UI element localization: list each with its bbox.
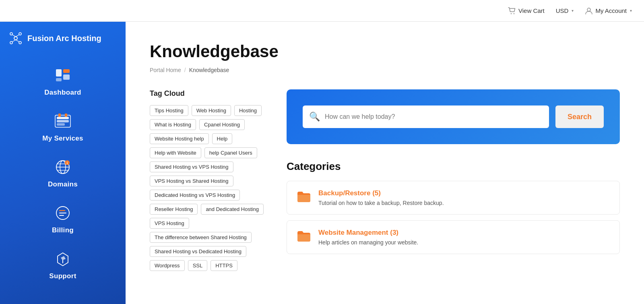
currency-selector[interactable]: USD ▾	[556, 7, 574, 14]
svg-line-10	[12, 40, 16, 42]
tag-item[interactable]: Web Hosting	[192, 105, 231, 116]
category-list: Backup/Restore (5)Tutorial on how to tak…	[287, 181, 620, 254]
svg-point-1	[514, 13, 514, 14]
category-description: Help articles on managing your website.	[318, 239, 418, 246]
account-chevron-icon: ▾	[630, 8, 632, 13]
tag-item[interactable]: What is Hosting	[150, 119, 196, 130]
svg-point-0	[511, 13, 512, 14]
category-info: Website Management (3)Help articles on m…	[318, 229, 418, 246]
support-icon	[53, 249, 73, 269]
main-content: Tag Cloud Tips HostingWeb HostingHosting…	[150, 89, 620, 271]
page-title: Knowledgebase	[150, 42, 620, 61]
billing-icon	[53, 203, 73, 223]
tag-item[interactable]: SSL	[188, 260, 208, 271]
my-services-icon	[53, 111, 73, 131]
cart-icon	[508, 7, 516, 15]
category-card: Website Management (3)Help articles on m…	[287, 220, 620, 254]
sidebar-item-billing[interactable]: Billing	[0, 196, 126, 242]
sidebar: Fusion Arc Hosting Dashboard	[0, 22, 126, 304]
sidebar-dashboard-label: Dashboard	[44, 89, 81, 97]
sidebar-domains-label: Domains	[48, 180, 78, 188]
svg-point-2	[587, 8, 590, 11]
tag-item[interactable]: Shared Hosting vs Dedicated Hosting	[150, 246, 246, 257]
left-column: Tag Cloud Tips HostingWeb HostingHosting…	[150, 89, 270, 271]
breadcrumb-separator: /	[184, 67, 186, 73]
tag-item[interactable]: The difference between Shared Hosting	[150, 232, 252, 243]
breadcrumb-home-link[interactable]: Portal Home	[150, 67, 181, 73]
tag-item[interactable]: HTTPS	[211, 260, 237, 271]
content-area: Knowledgebase Portal Home / Knowledgebas…	[126, 22, 644, 304]
svg-rect-15	[56, 78, 62, 81]
search-button[interactable]: Search	[555, 105, 604, 128]
tag-item[interactable]: Tips Hosting	[150, 105, 188, 116]
tag-item[interactable]: Shared Hosting vs VPS Hosting	[150, 161, 233, 172]
categories-heading: Categories	[287, 160, 620, 173]
sidebar-my-services-label: My Services	[42, 134, 83, 143]
sidebar-item-my-services[interactable]: My Services	[0, 104, 126, 150]
svg-line-9	[16, 35, 19, 37]
sidebar-item-domains[interactable]: i Domains	[0, 150, 126, 196]
category-name[interactable]: Backup/Restore (5)	[318, 189, 444, 197]
tag-item[interactable]: Dedicated Hosting vs VPS Hosting	[150, 190, 240, 201]
category-card: Backup/Restore (5)Tutorial on how to tak…	[287, 181, 620, 215]
svg-rect-21	[65, 114, 67, 117]
tag-item[interactable]: VPS Hosting	[150, 218, 189, 229]
view-cart-label: View Cart	[518, 7, 545, 14]
sidebar-item-support[interactable]: Support	[0, 242, 126, 287]
right-column: 🔍 Search Categories Backup/Restore (5)Tu…	[287, 89, 620, 271]
sidebar-logo: Fusion Arc Hosting	[0, 22, 126, 58]
currency-label: USD	[556, 7, 569, 14]
svg-rect-20	[58, 114, 61, 117]
svg-rect-16	[57, 117, 69, 119]
my-account-button[interactable]: My Account ▾	[585, 7, 632, 15]
tag-item[interactable]: Hosting	[234, 105, 262, 116]
svg-rect-13	[63, 69, 70, 73]
main-layout: Fusion Arc Hosting Dashboard	[0, 22, 644, 304]
svg-rect-14	[63, 74, 70, 80]
my-account-label: My Account	[595, 7, 627, 14]
svg-point-3	[14, 37, 17, 40]
svg-line-8	[12, 35, 16, 37]
search-icon: 🔍	[309, 112, 320, 122]
tag-item[interactable]: Wordpress	[150, 260, 185, 271]
svg-text:i: i	[67, 161, 68, 165]
currency-chevron-icon: ▾	[572, 8, 574, 13]
search-input-wrapper: 🔍	[303, 105, 549, 128]
tag-item[interactable]: help Cpanel Users	[204, 147, 257, 158]
tag-cloud-heading: Tag Cloud	[150, 89, 270, 98]
search-input[interactable]	[325, 113, 543, 120]
category-info: Backup/Restore (5)Tutorial on how to tak…	[318, 189, 444, 206]
svg-rect-12	[56, 69, 62, 77]
tag-item[interactable]: Reseller Hosting	[150, 204, 198, 215]
dashboard-icon	[53, 65, 73, 85]
sidebar-billing-label: Billing	[52, 226, 74, 234]
svg-rect-18	[57, 123, 65, 126]
sidebar-item-dashboard[interactable]: Dashboard	[0, 58, 126, 104]
tag-item[interactable]: VPS Hosting vs Shared Hosting	[150, 176, 233, 186]
tag-item[interactable]: Website Hosting help	[150, 133, 209, 144]
sidebar-support-label: Support	[49, 272, 76, 280]
search-box-container: 🔍 Search	[287, 89, 620, 144]
svg-line-11	[16, 40, 19, 42]
tag-item[interactable]: and Dedicated Hosting	[201, 204, 264, 215]
tag-item[interactable]: Cpanel Hosting	[199, 119, 245, 130]
tag-item[interactable]: Help	[212, 133, 233, 144]
view-cart-button[interactable]: View Cart	[508, 7, 545, 15]
category-folder-icon	[297, 189, 311, 205]
tag-item[interactable]: Help with Website	[150, 147, 201, 158]
category-folder-icon	[297, 229, 311, 245]
logo-icon	[8, 31, 23, 46]
category-name[interactable]: Website Management (3)	[318, 229, 418, 237]
logo-text: Fusion Arc Hosting	[27, 34, 101, 43]
breadcrumb-current: Knowledgebase	[189, 67, 229, 73]
svg-rect-17	[57, 120, 69, 122]
breadcrumb: Portal Home / Knowledgebase	[150, 67, 620, 73]
domains-icon: i	[53, 157, 73, 177]
tag-cloud: Tips HostingWeb HostingHostingWhat is Ho…	[150, 105, 270, 271]
top-bar: View Cart USD ▾ My Account ▾	[0, 0, 644, 22]
category-description: Tutorial on how to take a backup, Restor…	[318, 200, 444, 206]
account-icon	[585, 7, 593, 15]
